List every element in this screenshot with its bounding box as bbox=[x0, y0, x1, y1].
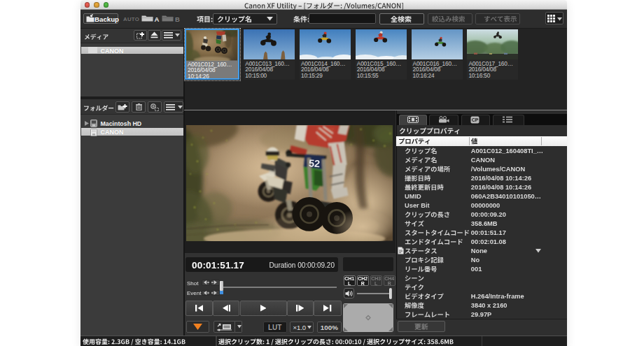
svg-text:CP: CP bbox=[471, 117, 478, 122]
svg-text:52: 52 bbox=[308, 157, 320, 169]
